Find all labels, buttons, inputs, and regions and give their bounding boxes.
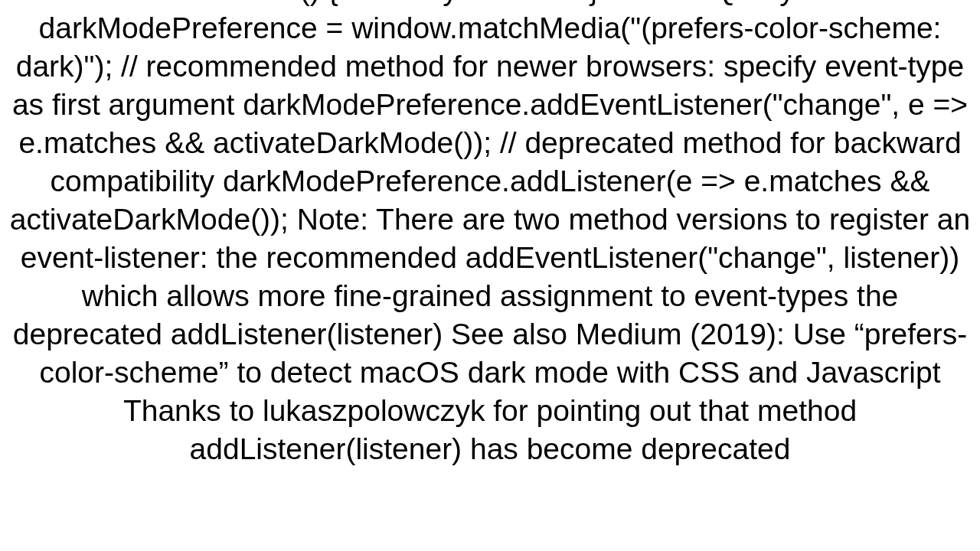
document-body-text: activateDarkMode() { // set style to dar… <box>0 0 980 522</box>
